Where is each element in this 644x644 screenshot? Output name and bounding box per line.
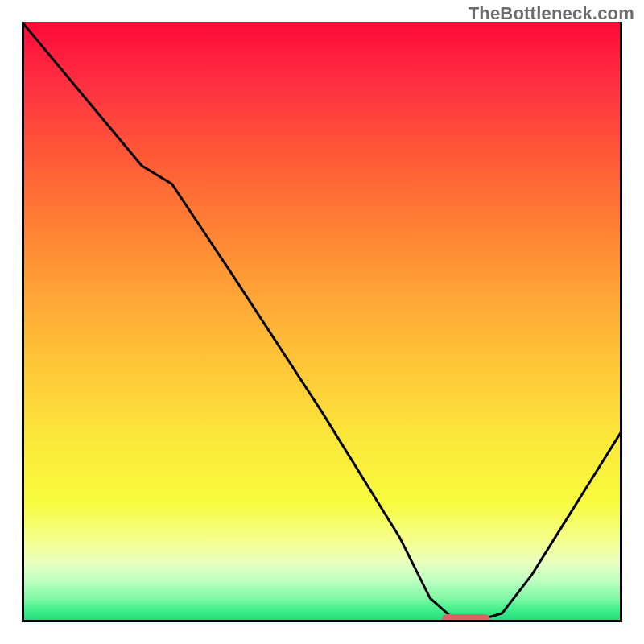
bottleneck-curve: [22, 22, 622, 621]
plot-area: [22, 22, 622, 622]
optimal-range-marker: [442, 614, 490, 622]
chart-overlay: [22, 22, 622, 622]
chart-container: TheBottleneck.com: [0, 0, 644, 644]
